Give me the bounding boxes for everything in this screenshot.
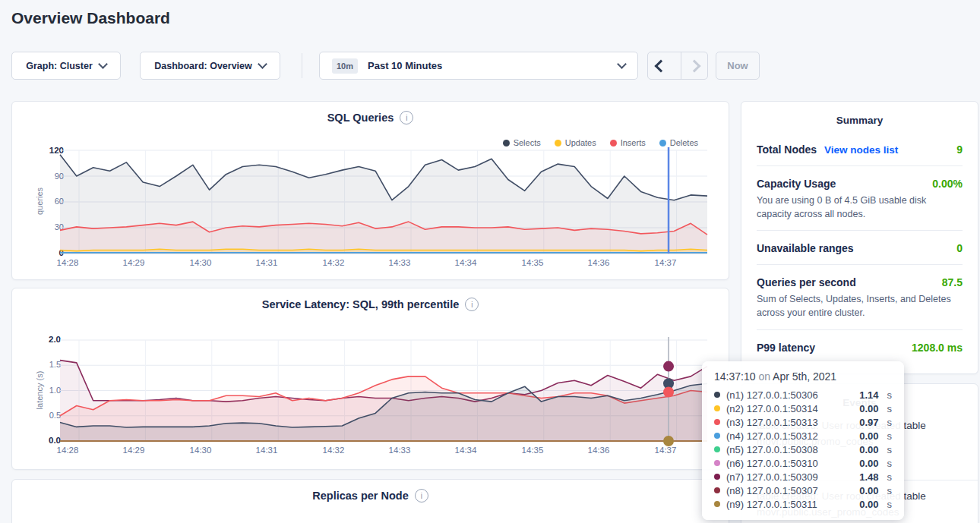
x-tick: 14:30 [183, 446, 218, 455]
inserts-dot-icon [610, 140, 617, 147]
chart-title-text: SQL Queries [327, 112, 394, 124]
chart-title-text: Service Latency: SQL, 99th percentile [262, 298, 460, 310]
info-icon[interactable]: i [400, 111, 413, 124]
tooltip-node-unit: s [887, 471, 893, 483]
node-dot-icon [714, 474, 720, 480]
summary-row-total-nodes: Total Nodes View nodes list 9 [757, 132, 963, 165]
tooltip-node-unit: s [887, 403, 893, 414]
tooltip-node-label: (n9) 127.0.0.1:50311 [726, 499, 817, 510]
service-latency-chart-card: Service Latency: SQL, 99th percentile i … [11, 288, 729, 470]
node-dot-icon [714, 405, 720, 411]
view-nodes-list-link[interactable]: View nodes list [824, 144, 898, 156]
summary-value: 0 [956, 242, 963, 254]
tooltip-node-unit: s [887, 485, 893, 496]
time-step-arrows [647, 52, 708, 80]
sql-queries-chart-card: SQL Queries i Selects Updates Inserts De… [11, 101, 729, 280]
tooltip-node-value: 0.00 [859, 430, 878, 442]
node-dot-icon [714, 433, 720, 439]
chevron-down-icon [617, 59, 627, 69]
x-tick: 14:33 [382, 446, 417, 455]
x-tick: 14:30 [183, 258, 218, 267]
x-tick: 14:36 [581, 446, 616, 455]
x-tick: 14:37 [648, 446, 683, 455]
tooltip-row-n4: (n4) 127.0.0.1:503120.00s [714, 429, 892, 443]
deletes-dot-icon [659, 140, 666, 147]
y-tick: 1.0 [32, 386, 61, 395]
chart-title-text: Replicas per Node [312, 490, 409, 502]
tooltip-node-unit: s [887, 389, 893, 401]
tooltip-row-n5: (n5) 127.0.0.1:503080.00s [714, 443, 892, 456]
x-tick: 14:31 [249, 446, 284, 455]
legend-item-updates: Updates [555, 138, 596, 147]
x-tick: 14:33 [382, 258, 417, 267]
y-tick: 0.0 [32, 436, 61, 445]
tooltip-time: 14:37:10 [714, 370, 756, 383]
tooltip-node-value: 0.00 [859, 485, 878, 496]
tooltip-node-unit: s [887, 430, 893, 442]
x-tick: 14:37 [648, 258, 683, 267]
now-button[interactable]: Now [716, 52, 760, 80]
chevron-left-icon [655, 59, 668, 72]
tooltip-row-n8: (n8) 127.0.0.1:503070.00s [714, 484, 892, 497]
x-tick: 14:34 [448, 258, 483, 267]
replicas-per-node-chart-card: Replicas per Node i [11, 479, 729, 523]
summary-value: 1208.0 ms [912, 342, 963, 354]
summary-value: 87.5 [942, 276, 963, 288]
controls-divider [302, 53, 302, 78]
sql-queries-legend: Selects Updates Inserts Deletes [503, 138, 698, 147]
x-tick: 14:29 [116, 446, 151, 455]
summary-label: P99 latency [757, 342, 815, 354]
x-tick: 14:28 [50, 258, 85, 267]
y-tick: 0.5 [32, 411, 61, 420]
node-dot-icon [714, 460, 720, 466]
tooltip-node-unit: s [887, 458, 893, 469]
x-tick: 14:32 [316, 258, 351, 267]
legend-label: Selects [514, 138, 541, 147]
summary-description: You are using 0 B of 4.5 GiB usable disk… [757, 194, 963, 221]
tooltip-node-value: 0.00 [859, 499, 878, 510]
graph-dropdown-label: Graph: Cluster [26, 61, 93, 71]
tooltip-row-n1: (n1) 127.0.0.1:503061.14s [714, 388, 892, 402]
tooltip-node-unit: s [887, 417, 893, 428]
y-tick: 2.0 [32, 335, 61, 344]
sql-queries-plot[interactable] [60, 150, 707, 254]
info-icon[interactable]: i [465, 298, 479, 311]
dashboard-dropdown[interactable]: Dashboard: Overview [140, 52, 280, 80]
tooltip-node-label: (n8) 127.0.0.1:50307 [726, 485, 818, 496]
info-icon[interactable]: i [415, 489, 428, 503]
summary-value: 9 [956, 143, 963, 156]
chevron-down-icon [258, 59, 267, 69]
summary-body: Total Nodes View nodes list 9 Capacity U… [741, 126, 978, 364]
x-tick: 14:31 [249, 258, 284, 267]
summary-title: Summary [741, 102, 978, 126]
x-tick: 14:32 [316, 446, 351, 455]
x-tick: 14:34 [448, 446, 483, 455]
node-dot-icon [714, 392, 720, 398]
updates-dot-icon [555, 140, 561, 147]
selects-dot-icon [503, 140, 510, 147]
legend-item-selects: Selects [503, 138, 541, 147]
prev-time-button[interactable] [648, 52, 674, 79]
tooltip-date: Apr 5th, 2021 [773, 370, 836, 383]
summary-label: Unavailable ranges [757, 242, 854, 254]
tooltip-row-n7: (n7) 127.0.0.1:503091.48s [714, 470, 892, 484]
tooltip-node-label: (n7) 127.0.0.1:50309 [726, 471, 818, 483]
tooltip-node-value: 1.48 [859, 471, 878, 483]
tooltip-node-value: 0.97 [859, 417, 878, 428]
tooltip-row-n6: (n6) 127.0.0.1:503100.00s [714, 456, 892, 470]
tooltip-node-value: 0.00 [859, 403, 878, 414]
legend-label: Deletes [670, 138, 698, 147]
tooltip-node-label: (n4) 127.0.0.1:50312 [726, 430, 818, 442]
tooltip-row-n3: (n3) 127.0.0.1:503130.97s [714, 415, 892, 429]
service-latency-plot[interactable] [60, 340, 707, 441]
node-dot-icon [714, 419, 720, 425]
tooltip-timestamp: 14:37:10 on Apr 5th, 2021 [714, 370, 892, 383]
tooltip-node-value: 0.00 [859, 458, 878, 469]
next-time-button[interactable] [681, 52, 707, 79]
graph-dropdown[interactable]: Graph: Cluster [11, 52, 121, 80]
node-dot-icon [714, 446, 720, 452]
time-range-picker[interactable]: 10m Past 10 Minutes [319, 52, 638, 80]
page-title: Overview Dashboard [11, 9, 170, 27]
time-range-label: Past 10 Minutes [368, 60, 442, 71]
chevron-right-icon [688, 59, 701, 72]
